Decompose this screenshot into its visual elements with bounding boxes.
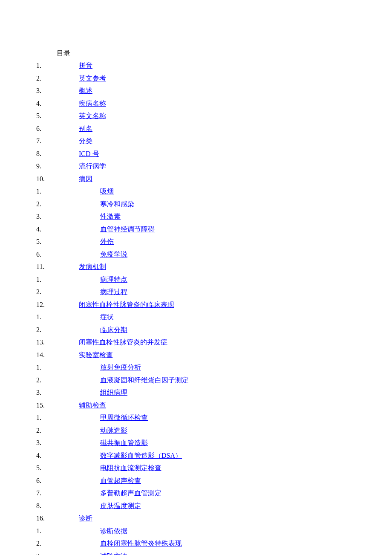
toc-item-link[interactable]: 试验方法 <box>100 551 127 555</box>
toc-item: 9.流行病学 <box>36 161 356 171</box>
toc-item-link[interactable]: 组织病理 <box>100 387 127 398</box>
toc-item: 2.血液凝固和纤维蛋白因子测定 <box>36 375 356 385</box>
toc-item-link[interactable]: 临床分期 <box>100 325 127 335</box>
toc-item: 8.皮肤温度测定 <box>36 501 356 511</box>
toc-item-number: 5. <box>36 463 100 473</box>
toc-item: 8.ICD 号 <box>36 149 356 159</box>
toc-item-number: 1. <box>36 413 100 423</box>
toc-item: 2.寒冷和感染 <box>36 199 356 209</box>
toc-item-number: 5. <box>36 111 79 121</box>
toc-item-link[interactable]: 多普勒超声血管测定 <box>100 488 161 498</box>
toc-item-link[interactable]: 病理特点 <box>100 275 127 285</box>
toc-item-link[interactable]: 英文名称 <box>79 111 106 121</box>
toc-item-link[interactable]: 外伤 <box>100 237 114 247</box>
toc-item-link[interactable]: 免疫学说 <box>100 249 127 260</box>
toc-item-number: 10. <box>36 174 79 184</box>
toc-item: 6.血管超声检查 <box>36 476 356 486</box>
toc-item-link[interactable]: 寒冷和感染 <box>100 199 134 209</box>
toc-item: 3.磁共振血管造影 <box>36 438 356 448</box>
toc-item: 1.拼音 <box>36 61 356 71</box>
toc-item: 2.血栓闭塞性脉管炎特殊表现 <box>36 538 356 549</box>
toc-item: 16.诊断 <box>36 513 356 523</box>
toc-item: 7.多普勒超声血管测定 <box>36 488 356 498</box>
toc-item-number: 2. <box>36 538 100 549</box>
toc-item-number: 3. <box>36 438 100 448</box>
toc-item-link[interactable]: 症状 <box>100 312 114 322</box>
toc-item-number: 2. <box>36 287 100 297</box>
toc-item-link[interactable]: 性激素 <box>100 211 121 222</box>
toc-item-link[interactable]: ICD 号 <box>79 149 99 159</box>
toc-item: 2.动脉造影 <box>36 425 356 436</box>
toc-item-link[interactable]: 血管超声检查 <box>100 476 141 486</box>
toc-item-number: 5. <box>36 237 100 247</box>
toc-item-link[interactable]: 甲周微循环检查 <box>100 413 148 423</box>
toc-item-link[interactable]: 血栓闭塞性脉管炎特殊表现 <box>100 538 182 549</box>
toc-item-link[interactable]: 电阻抗血流测定检查 <box>100 463 161 473</box>
toc-item: 6.别名 <box>36 124 356 134</box>
toc-item-link[interactable]: 疾病名称 <box>79 98 106 109</box>
toc-item-link[interactable]: 辅助检查 <box>79 400 106 410</box>
toc-item-number: 8. <box>36 149 79 159</box>
toc-item-number: 8. <box>36 501 100 511</box>
toc-item-link[interactable]: 别名 <box>79 124 92 134</box>
toc-item-link[interactable]: 皮肤温度测定 <box>100 501 141 511</box>
toc-item-link[interactable]: 拼音 <box>79 61 92 71</box>
toc-item-number: 1. <box>36 312 100 322</box>
toc-item: 1.放射免疫分析 <box>36 362 356 373</box>
toc-item-number: 14. <box>36 350 79 360</box>
toc-item-link[interactable]: 流行病学 <box>79 161 106 171</box>
toc-item: 6.免疫学说 <box>36 249 356 260</box>
toc-item-link[interactable]: 磁共振血管造影 <box>100 438 148 448</box>
toc-item-number: 1. <box>36 186 100 197</box>
toc-item-number: 6. <box>36 249 100 260</box>
toc-item-link[interactable]: 动脉造影 <box>100 425 127 436</box>
toc-item-link[interactable]: 数字减影血管造影（DSA） <box>100 451 182 461</box>
toc-item-link[interactable]: 诊断 <box>79 513 92 523</box>
toc-item-link[interactable]: 血液凝固和纤维蛋白因子测定 <box>100 375 189 385</box>
toc-item: 11.发病机制 <box>36 262 356 272</box>
toc-item-link[interactable]: 诊断依据 <box>100 526 127 536</box>
toc-item-number: 15. <box>36 400 79 410</box>
toc-item-number: 7. <box>36 136 79 146</box>
toc-item-number: 12. <box>36 300 79 310</box>
toc-item-link[interactable]: 吸烟 <box>100 186 114 197</box>
toc-item-link[interactable]: 闭塞性血栓性脉管炎的并发症 <box>79 337 167 347</box>
toc-item-number: 2. <box>36 375 100 385</box>
toc-item: 1.诊断依据 <box>36 526 356 536</box>
toc-item-link[interactable]: 病因 <box>79 174 92 184</box>
toc-item: 4.血管神经调节障碍 <box>36 224 356 234</box>
toc-item: 3.性激素 <box>36 211 356 222</box>
toc-item-link[interactable]: 分类 <box>79 136 92 146</box>
toc-item-number: 1. <box>36 275 100 285</box>
toc-item-number: 3. <box>36 86 79 96</box>
toc-item-link[interactable]: 血管神经调节障碍 <box>100 224 155 234</box>
toc-item-link[interactable]: 病理过程 <box>100 287 127 297</box>
toc-item: 3.概述 <box>36 86 356 96</box>
toc-item: 10.病因 <box>36 174 356 184</box>
toc-heading: 目录 <box>57 49 356 58</box>
toc-item-number: 4. <box>36 224 100 234</box>
toc-item-number: 13. <box>36 337 79 347</box>
toc-item-number: 1. <box>36 362 100 373</box>
toc-item: 1.甲周微循环检查 <box>36 413 356 423</box>
toc-item: 4.疾病名称 <box>36 98 356 109</box>
toc-item-number: 3. <box>36 551 100 555</box>
toc-item: 2.病理过程 <box>36 287 356 297</box>
toc-item: 12.闭塞性血栓性脉管炎的临床表现 <box>36 300 356 310</box>
toc-item-link[interactable]: 发病机制 <box>79 262 106 272</box>
toc-item-number: 9. <box>36 161 79 171</box>
toc-item: 5.外伤 <box>36 237 356 247</box>
toc-item: 1.症状 <box>36 312 356 322</box>
toc-item: 5.电阻抗血流测定检查 <box>36 463 356 473</box>
toc-item-link[interactable]: 概述 <box>79 86 92 96</box>
toc-item-number: 2. <box>36 199 100 209</box>
toc-item-link[interactable]: 放射免疫分析 <box>100 362 141 373</box>
toc-item-link[interactable]: 实验室检查 <box>79 350 113 360</box>
toc-item: 3.组织病理 <box>36 387 356 398</box>
toc-item: 7.分类 <box>36 136 356 146</box>
toc-item-link[interactable]: 英文参考 <box>79 73 106 84</box>
toc-item-link[interactable]: 闭塞性血栓性脉管炎的临床表现 <box>79 300 174 310</box>
toc-item: 1.病理特点 <box>36 275 356 285</box>
toc-item-number: 2. <box>36 425 100 436</box>
toc-item: 3.试验方法 <box>36 551 356 555</box>
